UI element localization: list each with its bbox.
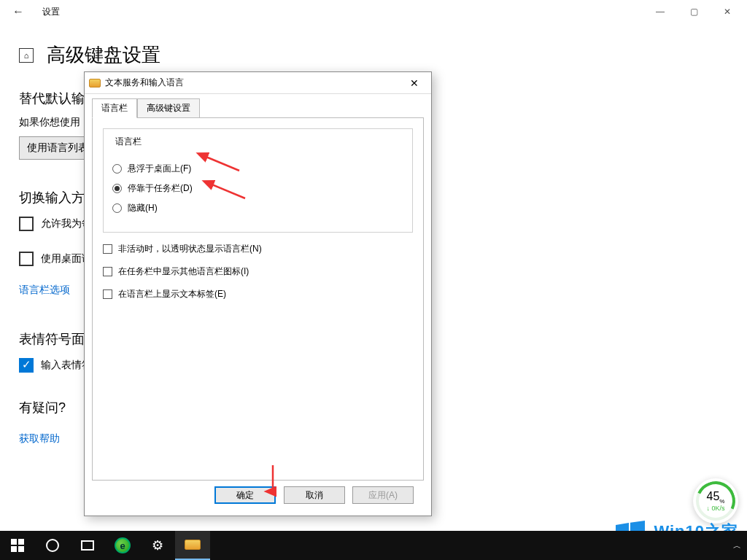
tray-chevron[interactable]: ︿	[727, 531, 747, 560]
taskbar-app-keyboard[interactable]	[175, 531, 210, 560]
checkbox-taskbar-icons-label: 在任务栏中显示其他语言栏图标(I)	[118, 265, 249, 278]
group-langbar-legend: 语言栏	[112, 136, 144, 148]
tab-langbar[interactable]: 语言栏	[92, 98, 137, 118]
radio-dock-label: 停靠于任务栏(D)	[128, 182, 193, 195]
checkbox-icon	[19, 217, 34, 231]
back-button[interactable]: ←	[3, 0, 34, 23]
cortana-button[interactable]	[35, 531, 70, 560]
page-title: 高级键盘设置	[47, 42, 160, 68]
checkbox-checked-icon	[19, 358, 34, 373]
checkbox-transparent-label: 非活动时，以透明状态显示语言栏(N)	[118, 243, 262, 255]
minimize-button[interactable]: —	[643, 0, 677, 23]
radio-icon	[112, 203, 122, 213]
radio-dock[interactable]: 停靠于任务栏(D)	[112, 182, 403, 195]
close-button[interactable]: ✕	[711, 0, 744, 23]
task-view-button[interactable]	[70, 531, 105, 560]
dialog-close-button[interactable]: ✕	[402, 77, 427, 89]
checkbox-icon	[103, 289, 112, 299]
checkbox-transparent[interactable]: 非活动时，以透明状态显示语言栏(N)	[103, 243, 413, 255]
radio-float-label: 悬浮于桌面上(F)	[128, 163, 191, 175]
radio-selected-icon	[112, 184, 122, 193]
start-button[interactable]	[0, 531, 35, 560]
text-services-dialog: 文本服务和输入语言 ✕ 语言栏 高级键设置 语言栏 悬浮于桌面上(F) 停靠于任…	[84, 71, 432, 516]
radio-float[interactable]: 悬浮于桌面上(F)	[112, 163, 403, 175]
checkbox-icon	[103, 267, 112, 276]
radio-hide-label: 隐藏(H)	[128, 202, 158, 214]
radio-hide[interactable]: 隐藏(H)	[112, 202, 403, 214]
get-help-link[interactable]: 获取帮助	[19, 432, 60, 446]
window-title: 设置	[42, 6, 60, 18]
cancel-button[interactable]: 取消	[284, 486, 345, 504]
taskbar-app-settings[interactable]: ⚙	[140, 531, 175, 560]
tab-advanced-keys[interactable]: 高级键设置	[137, 98, 200, 118]
checkbox-text-labels-label: 在语言栏上显示文本标签(E)	[118, 288, 226, 300]
checkbox-taskbar-icons[interactable]: 在任务栏中显示其他语言栏图标(I)	[103, 265, 413, 278]
ok-button[interactable]: 确定	[214, 486, 276, 504]
home-icon[interactable]: ⌂	[19, 48, 34, 63]
radio-icon	[112, 164, 122, 174]
apply-button[interactable]: 应用(A)	[352, 486, 414, 504]
maximize-button[interactable]: ▢	[677, 0, 711, 23]
checkbox-text-labels[interactable]: 在语言栏上显示文本标签(E)	[103, 288, 413, 300]
keyboard-icon	[89, 79, 101, 88]
dialog-title: 文本服务和输入语言	[105, 77, 184, 89]
taskbar: e ⚙ ︿	[0, 531, 747, 560]
checkbox-icon	[103, 244, 112, 254]
taskbar-app-edge[interactable]: e	[105, 531, 140, 560]
langbar-options-link[interactable]: 语言栏选项	[19, 284, 70, 297]
checkbox-icon	[19, 252, 34, 266]
